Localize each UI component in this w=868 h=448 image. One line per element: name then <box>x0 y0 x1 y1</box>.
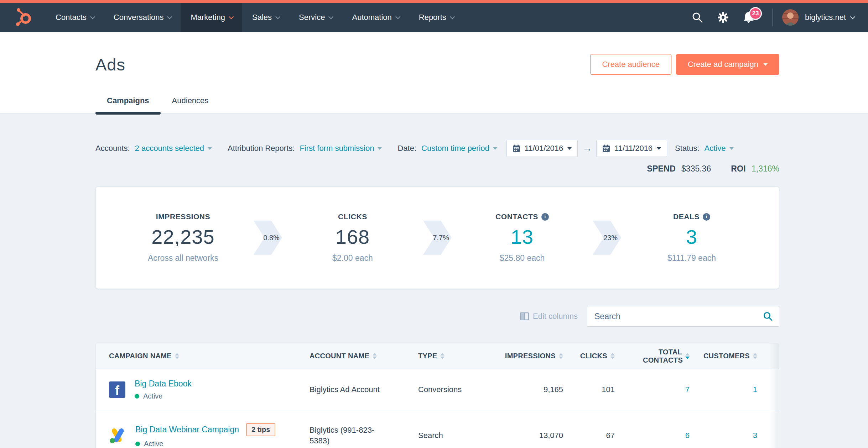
nav-item-automation[interactable]: Automation <box>342 3 409 32</box>
nav-item-sales[interactable]: Sales <box>242 3 289 32</box>
metric-value[interactable]: 3 <box>621 225 762 248</box>
nav-item-label: Contacts <box>56 13 87 22</box>
attribution-filter-value: First form submission <box>300 144 374 153</box>
user-avatar[interactable] <box>782 9 799 26</box>
account-name-label: biglytics.net <box>805 13 846 22</box>
conversion-arrow: 0.8% <box>254 221 282 255</box>
hubspot-logo[interactable] <box>0 3 46 32</box>
nav-item-marketing[interactable]: Marketing <box>181 3 242 32</box>
sort-arrows-icon <box>753 353 757 359</box>
accounts-filter-dropdown[interactable]: 2 accounts selected <box>135 144 212 153</box>
date-filter-value: Custom time period <box>421 144 489 153</box>
info-icon[interactable]: i <box>703 213 710 221</box>
create-audience-button[interactable]: Create audience <box>590 54 671 75</box>
column-header-type[interactable]: TYPE <box>418 352 486 360</box>
column-label: TYPE <box>418 352 437 360</box>
sort-arrows-icon <box>685 353 690 359</box>
column-header-customers[interactable]: CUSTOMERS <box>690 352 757 360</box>
conversion-arrow: 7.7% <box>423 221 452 255</box>
nav-item-label: Automation <box>352 13 391 22</box>
info-icon[interactable]: i <box>541 213 549 221</box>
column-label: TOTAL CONTACTS <box>643 348 682 364</box>
status-filter-value: Active <box>705 144 726 153</box>
attribution-filter-dropdown[interactable]: First form submission <box>300 144 382 153</box>
column-header-impressions[interactable]: IMPRESSIONS <box>486 352 563 360</box>
gear-icon[interactable] <box>717 11 729 23</box>
edit-columns-label: Edit columns <box>533 312 578 321</box>
sort-arrows-icon <box>440 353 445 359</box>
attribution-filter: Attribution Reports: First form submissi… <box>228 144 382 153</box>
metric-value: 22,235 <box>113 225 254 248</box>
conversion-arrow: 23% <box>593 221 621 255</box>
tips-badge[interactable]: 2 tips <box>246 423 275 436</box>
calendar-icon <box>513 144 520 152</box>
notification-count-badge: 23 <box>749 7 762 20</box>
nav-item-reports[interactable]: Reports <box>409 3 463 32</box>
calendar-icon <box>602 144 610 152</box>
status-filter-label: Status: <box>675 144 699 153</box>
tab-audiences[interactable]: Audiences <box>161 96 220 113</box>
total-contacts-link[interactable]: 7 <box>615 385 690 394</box>
chevron-down-icon <box>329 14 334 19</box>
column-header-clicks[interactable]: CLICKS <box>563 352 615 360</box>
nav-item-service[interactable]: Service <box>289 3 342 32</box>
metric-subtitle: $111.79 each <box>621 253 762 263</box>
sort-arrows-icon <box>559 353 563 359</box>
status-filter-dropdown[interactable]: Active <box>705 144 734 153</box>
table-searchbox <box>587 306 779 327</box>
column-label: CAMPAIGN NAME <box>109 352 172 360</box>
search-icon[interactable] <box>691 11 703 23</box>
campaign-name-link[interactable]: Big Data Ebook <box>135 379 192 389</box>
dropdown-caret-icon <box>493 147 497 150</box>
column-header-total-contacts[interactable]: TOTAL CONTACTS <box>615 348 690 364</box>
chevron-down-icon <box>90 14 95 19</box>
date-filter-dropdown[interactable]: Custom time period <box>421 144 497 153</box>
date-end-picker[interactable]: 11/11/2016 <box>596 140 667 157</box>
nav-item-label: Reports <box>419 13 446 22</box>
date-end-value: 11/11/2016 <box>614 144 653 153</box>
type-cell: Conversions <box>418 385 486 394</box>
metric-value[interactable]: 13 <box>452 225 593 248</box>
search-input[interactable] <box>587 306 779 327</box>
search-icon[interactable] <box>763 311 773 321</box>
create-ad-campaign-button[interactable]: Create ad campaign <box>676 54 779 75</box>
roi-label: ROI <box>731 164 746 174</box>
active-status-dot <box>135 394 139 399</box>
summary-row: SPEND $335.36 ROI 1,316% <box>95 164 779 174</box>
column-header-campaign-name[interactable]: CAMPAIGN NAME <box>96 352 310 360</box>
customers-link[interactable]: 1 <box>690 385 757 394</box>
campaign-name-link[interactable]: Big Data Webinar Campaign <box>135 425 239 434</box>
total-contacts-link[interactable]: 6 <box>615 431 690 440</box>
notifications-bell-icon[interactable]: 23 <box>743 11 755 23</box>
table-header-row: CAMPAIGN NAME ACCOUNT NAME TYPE IMPRESSI… <box>96 343 779 369</box>
column-header-account-name[interactable]: ACCOUNT NAME <box>310 352 418 360</box>
accounts-filter: Accounts: 2 accounts selected <box>95 144 212 153</box>
page-header: Ads Create audience Create ad campaign C… <box>0 32 868 114</box>
metric-label: DEALS <box>673 212 700 221</box>
nav-item-conversations[interactable]: Conversations <box>104 3 181 32</box>
date-start-picker[interactable]: 11/01/2016 <box>506 140 578 157</box>
active-status-dot <box>135 442 140 446</box>
chevron-down-icon <box>275 14 280 19</box>
customers-link[interactable]: 3 <box>690 431 757 440</box>
campaign-status: Active <box>143 392 162 400</box>
page-title: Ads <box>95 55 125 74</box>
campaign-status: Active <box>144 440 163 448</box>
funnel-metrics-card: IMPRESSIONS 22,235 Across all networks 0… <box>95 186 779 289</box>
account-menu[interactable]: biglytics.net <box>805 13 854 22</box>
sort-arrows-icon <box>175 353 179 359</box>
tab-campaigns[interactable]: Campaigns <box>95 96 161 113</box>
google-ads-icon <box>109 427 126 444</box>
roi-value: 1,316% <box>752 164 779 174</box>
chevron-down-icon <box>850 14 855 19</box>
metric-impressions: IMPRESSIONS 22,235 Across all networks <box>113 212 254 263</box>
main-nav: Contacts Conversations Marketing Sales S… <box>0 3 868 32</box>
conversion-rate: 7.7% <box>423 221 452 255</box>
nav-item-label: Conversations <box>114 13 164 22</box>
edit-columns-button[interactable]: Edit columns <box>520 312 578 321</box>
nav-item-contacts[interactable]: Contacts <box>46 3 104 32</box>
nav-divider <box>772 9 773 26</box>
column-label: ACCOUNT NAME <box>310 352 369 360</box>
account-name-cell: Biglytics Ad Account <box>310 384 418 395</box>
metric-value: 168 <box>282 225 423 248</box>
